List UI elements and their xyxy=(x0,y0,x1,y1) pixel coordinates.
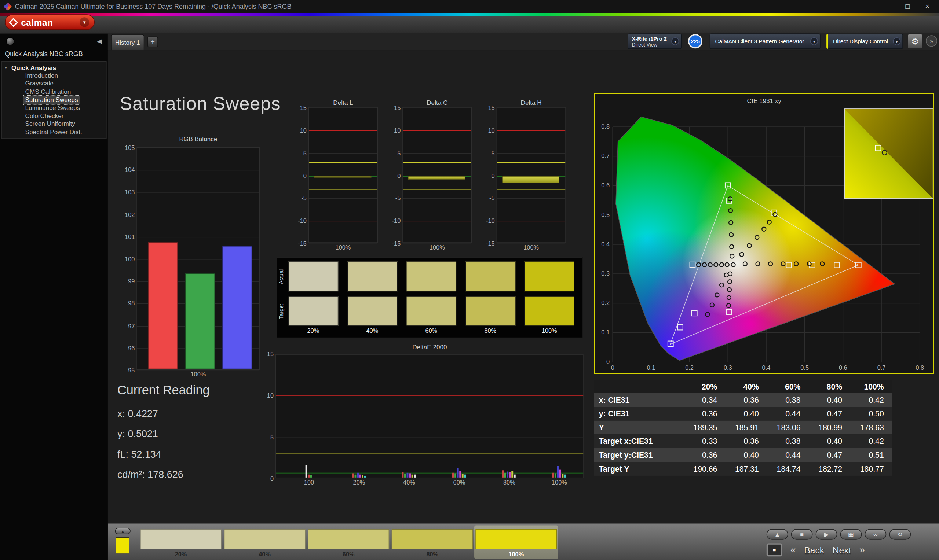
patch-swatch xyxy=(392,529,473,549)
table-cell: 183.06 xyxy=(767,421,809,435)
tree-root-quick-analysis[interactable]: ▾ Quick Analysis xyxy=(2,63,106,72)
saturation-patch-20[interactable]: 20% xyxy=(139,525,223,558)
minimize-button[interactable]: – xyxy=(886,3,890,11)
table-cell: 180.99 xyxy=(809,421,851,435)
gridline xyxy=(137,192,259,193)
reference-line-red xyxy=(403,131,471,131)
stop-square-button[interactable]: ■ xyxy=(766,543,782,556)
row-label: x: CIE31 xyxy=(594,393,684,407)
deltae-2000-plot: 05101510020%40%60%80%100% xyxy=(276,354,584,478)
saturation-level-label: 100% xyxy=(524,327,574,334)
refresh-button[interactable]: ↻ xyxy=(889,529,911,540)
display-control-dropdown[interactable]: Direct Display Control ▼ xyxy=(826,33,903,49)
y-tick-label: 99 xyxy=(128,278,137,285)
saturation-patch-100[interactable]: 100% xyxy=(474,525,558,558)
reference-line-yellow xyxy=(309,162,377,163)
chevron-down-icon: ▼ xyxy=(80,17,89,27)
sidebar-item-grayscale[interactable]: Grayscale xyxy=(23,80,56,88)
deltae-bar xyxy=(455,474,456,477)
delta-plot: -15-10-5051015100% xyxy=(308,107,378,243)
close-button[interactable]: × xyxy=(925,3,929,11)
deltae-bar xyxy=(456,468,458,477)
svg-text:0.5: 0.5 xyxy=(800,364,809,371)
table-cell: 0.36 xyxy=(726,393,767,407)
back-button[interactable]: Back xyxy=(804,545,824,555)
x-axis-label: 100% xyxy=(497,244,565,251)
next-button[interactable]: Next xyxy=(833,545,851,555)
reference-line-red xyxy=(497,221,565,222)
sidebar-item-introduction[interactable]: Introduction xyxy=(23,72,60,80)
table-cell: 0.42 xyxy=(851,393,893,407)
saturation-patch-40[interactable]: 40% xyxy=(223,525,307,558)
sidebar-item-luminance-sweeps[interactable]: Luminance Sweeps xyxy=(23,104,82,112)
sidebar-item-spectral-power-dist[interactable]: Spectral Power Dist. xyxy=(23,128,84,136)
save-button[interactable]: ▦ xyxy=(840,529,862,540)
reading-cd: cd/m²: 178.626 xyxy=(117,465,279,485)
settings-button[interactable]: ⚙ xyxy=(907,33,922,49)
table-cell: 0.50 xyxy=(851,407,893,421)
deltae-bar xyxy=(504,473,506,477)
deltae-bar xyxy=(414,474,416,477)
sidebar-collapse-button[interactable]: ◀ xyxy=(95,36,104,45)
gridline xyxy=(137,170,259,171)
tab-history-1[interactable]: History 1 xyxy=(111,34,144,50)
exposure-badge[interactable]: 225 xyxy=(688,34,702,48)
deltae-bar xyxy=(305,465,307,477)
sidebar-orb-button[interactable] xyxy=(6,37,14,45)
table-cell: 184.74 xyxy=(767,462,809,476)
svg-text:0.5: 0.5 xyxy=(601,211,610,218)
loop-button[interactable]: ∞ xyxy=(865,529,887,540)
workflow-title: Quick Analysis NBC sRGB xyxy=(5,50,83,57)
rgb-bar-blue xyxy=(222,246,252,369)
current-reading-heading: Current Reading xyxy=(117,383,279,397)
deltae-bar xyxy=(464,475,466,477)
delta-chart-delta-c: Delta C-15-10-5051015100% xyxy=(402,98,472,254)
chart-title: CIE 1931 xy xyxy=(595,97,933,104)
sidebar-item-cms-calibration[interactable]: CMS Calibration xyxy=(23,88,73,96)
chevron-right-icon: » xyxy=(930,38,933,45)
svg-text:0.6: 0.6 xyxy=(601,182,610,189)
saturation-patch-60[interactable]: 60% xyxy=(307,525,391,558)
table-cell: 0.34 xyxy=(684,393,726,407)
meter-mode: Direct View xyxy=(632,42,671,48)
reference-line-yellow xyxy=(309,189,377,190)
meter-dropdown[interactable]: X-Rite i1Pro 2 Direct View ▼ xyxy=(628,33,682,49)
svg-text:0: 0 xyxy=(606,358,610,365)
deltae-bar xyxy=(459,471,461,477)
sidebar-item-colorchecker[interactable]: ColorChecker xyxy=(23,112,66,120)
next-arrow-icon[interactable]: » xyxy=(859,545,865,555)
patch-flyout-button[interactable]: ▲ xyxy=(115,528,130,534)
sidebar-item-saturation-sweeps[interactable]: Saturation Sweeps xyxy=(23,96,80,104)
pattern-generator-dropdown[interactable]: CalMAN Client 3 Pattern Generator ▼ xyxy=(710,33,820,49)
calman-menu-button[interactable]: calman ▼ xyxy=(5,14,95,30)
gridline xyxy=(276,437,584,438)
reference-line-yellow xyxy=(403,162,471,163)
gridline xyxy=(276,354,584,355)
y-tick-label: 15 xyxy=(488,105,497,111)
reading-x: x: 0.4227 xyxy=(117,403,279,424)
navigation-controls: ■ « Back Next » xyxy=(766,543,865,556)
maximize-button[interactable]: □ xyxy=(905,3,910,11)
play-button[interactable]: ▶ xyxy=(816,529,837,540)
table-cell: 0.47 xyxy=(809,448,851,462)
eject-button[interactable]: ▲ xyxy=(766,529,788,540)
patch-label: 100% xyxy=(474,551,558,558)
stop-button[interactable]: ■ xyxy=(791,529,813,540)
patch-swatch xyxy=(224,529,305,549)
deltae-bar xyxy=(356,473,358,477)
back-arrow-icon[interactable]: « xyxy=(791,545,796,555)
cie-1931-diagram: 000.10.10.20.20.30.30.40.40.50.50.60.60.… xyxy=(595,94,933,373)
sidebar-item-screen-uniformity[interactable]: Screen Uniformity xyxy=(23,120,77,128)
svg-text:0.7: 0.7 xyxy=(877,364,886,371)
rgb-bar-red xyxy=(148,242,178,369)
x-axis-label: 100% xyxy=(137,371,259,377)
saturation-patch-80[interactable]: 80% xyxy=(390,525,474,558)
svg-text:0.2: 0.2 xyxy=(685,364,694,371)
svg-text:0.1: 0.1 xyxy=(647,364,655,371)
y-tick-label: -10 xyxy=(392,218,403,224)
gridline xyxy=(497,153,565,154)
new-tab-button[interactable]: + xyxy=(148,37,158,47)
target-swatch-100 xyxy=(524,296,574,326)
table-cell: 187.31 xyxy=(726,462,767,476)
panel-expand-button[interactable]: » xyxy=(926,35,937,46)
